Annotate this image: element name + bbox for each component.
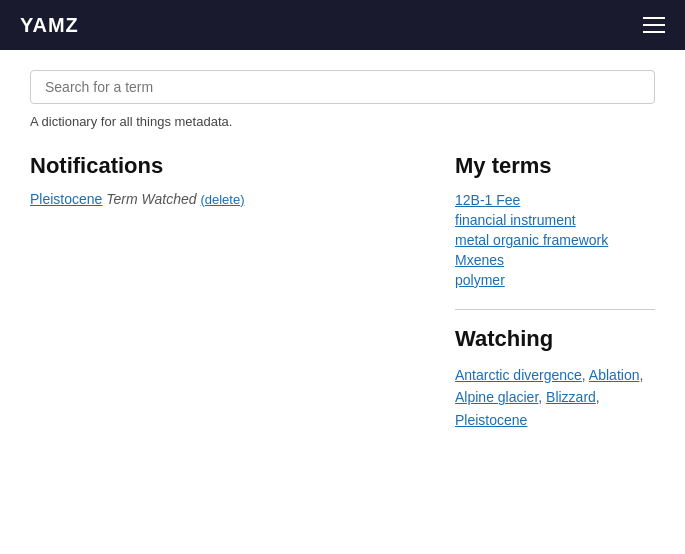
content-columns: Notifications Pleistocene Term Watched (…	[30, 153, 655, 431]
watching-heading: Watching	[455, 326, 655, 352]
app-logo: YAMZ	[20, 14, 79, 37]
notification-item: Pleistocene Term Watched (delete)	[30, 191, 415, 207]
watching-link[interactable]: Ablation	[589, 367, 640, 383]
hamburger-menu-button[interactable]	[643, 17, 665, 33]
search-input[interactable]	[30, 70, 655, 104]
watching-list: Antarctic divergence, Ablation, Alpine g…	[455, 364, 655, 431]
my-terms-list: 12B-1 Fee financial instrument metal org…	[455, 191, 655, 289]
watching-link[interactable]: Pleistocene	[455, 412, 527, 428]
notification-term-link[interactable]: Pleistocene	[30, 191, 102, 207]
notification-type: Term Watched	[106, 191, 196, 207]
main-content: A dictionary for all things metadata. No…	[0, 50, 685, 451]
list-item: 12B-1 Fee	[455, 191, 655, 209]
watching-link[interactable]: Blizzard	[546, 389, 596, 405]
my-term-link[interactable]: 12B-1 Fee	[455, 192, 520, 208]
list-item: Mxenes	[455, 251, 655, 269]
notification-delete-link[interactable]: (delete)	[200, 192, 244, 207]
search-container	[30, 70, 655, 104]
notifications-section: Notifications Pleistocene Term Watched (…	[30, 153, 455, 431]
section-divider	[455, 309, 655, 310]
tagline: A dictionary for all things metadata.	[30, 114, 655, 129]
my-terms-heading: My terms	[455, 153, 655, 179]
my-term-link[interactable]: Mxenes	[455, 252, 504, 268]
watching-link[interactable]: Alpine glacier	[455, 389, 538, 405]
my-term-link[interactable]: polymer	[455, 272, 505, 288]
list-item: financial instrument	[455, 211, 655, 229]
app-header: YAMZ	[0, 0, 685, 50]
right-panel: My terms 12B-1 Fee financial instrument …	[455, 153, 655, 431]
my-term-link[interactable]: metal organic framework	[455, 232, 608, 248]
my-term-link[interactable]: financial instrument	[455, 212, 576, 228]
notifications-heading: Notifications	[30, 153, 415, 179]
list-item: metal organic framework	[455, 231, 655, 249]
list-item: polymer	[455, 271, 655, 289]
watching-link[interactable]: Antarctic divergence	[455, 367, 582, 383]
